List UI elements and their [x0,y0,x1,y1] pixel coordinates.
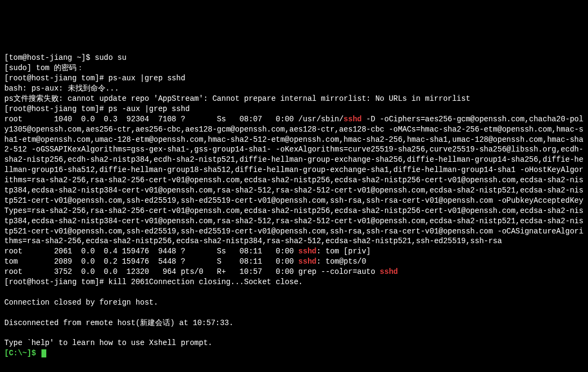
ps-text: root 1040 0.0 0.3 92304 7108 ? Ss 08:07 … [4,115,344,123]
terminal-line: ps文件搜索失败: cannot update repo 'AppStream'… [4,94,470,103]
ps-text: root 3752 0.0 0.0 12320 964 pts/0 R+ 10:… [4,267,380,276]
ps-text: tom 2089 0.0 0.2 159476 5448 ? S 08:11 0… [4,257,298,266]
terminal-output[interactable]: [tom@host-jiang ~]$ sudo su [sudo] tom 的… [4,43,584,359]
terminal-line: Type `help' to learn how to use Xshell p… [4,339,212,347]
grep-match: sshd [380,267,398,276]
cursor-icon [41,349,46,357]
terminal-line: Connection closed by foreign host. [4,298,158,307]
grep-match: sshd [298,257,317,266]
ps-text: -D -oCiphers=aes256-gcm@openssh.com,chac… [4,115,583,246]
terminal-line: [sudo] tom 的密码： [4,64,84,72]
terminal-line: bash: ps-aux: 未找到命令... [4,84,119,93]
terminal-line: [root@host-jiang tom]# ps-aux |grep sshd [4,74,185,82]
xshell-prompt[interactable]: [C:\~]$ [4,349,40,357]
ps-row-sshd-daemon: root 1040 0.0 0.3 92304 7108 ? Ss 08:07 … [4,115,583,246]
ps-row-sshd-priv: root 2061 0.0 0.4 159476 9448 ? Ss 08:11… [4,247,371,256]
ps-text: : tom [priv] [317,247,371,256]
ps-text: : tom@pts/0 [317,257,366,266]
terminal-line: [root@host-jiang tom]# kill 2061Connecti… [4,278,303,286]
grep-match: sshd [344,115,362,123]
ps-row-grep: root 3752 0.0 0.0 12320 964 pts/0 R+ 10:… [4,267,398,276]
terminal-line: [tom@host-jiang ~]$ sudo su [4,53,127,62]
grep-match: sshd [298,247,317,256]
terminal-line: Disconnected from remote host(新建会话) at 1… [4,319,234,327]
ps-text: root 2061 0.0 0.4 159476 9448 ? Ss 08:11… [4,247,298,256]
ps-row-sshd-pts: tom 2089 0.0 0.2 159476 5448 ? S 08:11 0… [4,257,366,266]
terminal-line: [root@host-jiang tom]# ps -aux |grep ssh… [4,105,190,113]
